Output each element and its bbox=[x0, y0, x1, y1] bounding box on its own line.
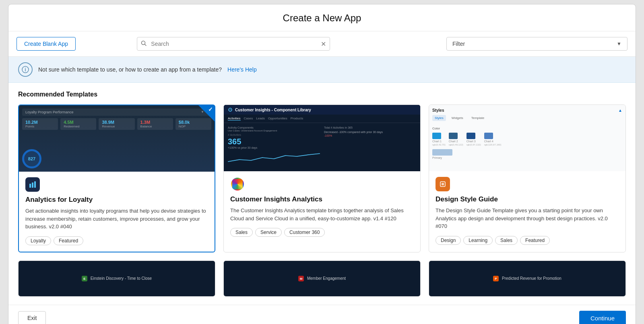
svg-text:M: M bbox=[300, 277, 303, 281]
design-style-icon bbox=[436, 177, 450, 191]
svg-text:P: P bbox=[495, 277, 497, 281]
svg-point-4 bbox=[25, 68, 26, 68]
exit-button[interactable]: Exit bbox=[18, 311, 46, 324]
modal-title: Create a New App bbox=[8, 4, 636, 31]
card-desc-customer-insights: The Customer Insights Analytics template… bbox=[230, 207, 414, 222]
analytics-loyalty-icon bbox=[25, 177, 40, 192]
card-body-design-style: Design Style Guide The Design Style Guid… bbox=[429, 171, 625, 251]
tag-learning: Learning bbox=[463, 236, 493, 245]
help-icon bbox=[18, 62, 33, 77]
cards-grid: Loyalty Program Performance ▼ ▼ 10.2M Po… bbox=[18, 105, 626, 252]
card-analytics-loyalty[interactable]: Loyalty Program Performance ▼ ▼ 10.2M Po… bbox=[18, 105, 215, 252]
svg-line-1 bbox=[145, 44, 147, 46]
section-title: Recommended Templates bbox=[18, 91, 626, 98]
card-preview-analytics-loyalty: Loyalty Program Performance ▼ ▼ 10.2M Po… bbox=[19, 105, 215, 172]
create-app-modal: Create a New App Create Blank App ✕ Filt… bbox=[8, 4, 636, 324]
svg-text:E: E bbox=[83, 277, 86, 281]
card-tags-design-style: Design Learning Sales Featured bbox=[436, 236, 619, 245]
svg-rect-11 bbox=[442, 183, 444, 185]
customer-insights-icon bbox=[230, 177, 245, 191]
card-design-style-guide[interactable]: Styles ▲ Styles Widgets Template Color bbox=[429, 105, 626, 252]
tag-design: Design bbox=[436, 236, 461, 245]
filter-dropdown[interactable]: Filter ▼ bbox=[446, 37, 627, 51]
create-blank-button[interactable]: Create Blank App bbox=[17, 37, 76, 51]
help-text: Not sure which template to use, or how t… bbox=[38, 66, 222, 73]
svg-rect-6 bbox=[32, 183, 33, 188]
card-partial-predicted[interactable]: P Predicted Revenue for Promotion bbox=[429, 260, 626, 297]
rainbow-circle-icon bbox=[231, 178, 244, 191]
card-desc-analytics-loyalty: Get actionable insights into loyalty pro… bbox=[25, 207, 208, 231]
card-body-customer-insights: Customer Insights Analytics The Customer… bbox=[224, 171, 420, 243]
card-name-analytics-loyalty: Analytics for Loyalty bbox=[25, 196, 208, 204]
filter-chevron-icon: ▼ bbox=[617, 41, 621, 47]
svg-rect-7 bbox=[34, 181, 36, 188]
filter-label: Filter bbox=[452, 41, 465, 47]
footer: Exit Continue bbox=[8, 305, 636, 324]
search-wrapper: ✕ bbox=[137, 37, 330, 51]
card-desc-design-style: The Design Style Guide Template gives yo… bbox=[436, 207, 619, 230]
tag-loyalty: Loyalty bbox=[25, 236, 51, 245]
search-clear-icon[interactable]: ✕ bbox=[321, 40, 326, 48]
svg-rect-5 bbox=[29, 184, 31, 188]
tag-service: Service bbox=[255, 228, 282, 237]
toolbar: Create Blank App ✕ Filter ▼ bbox=[8, 31, 636, 57]
help-link[interactable]: Here's Help bbox=[227, 66, 257, 73]
card-name-design-style: Design Style Guide bbox=[436, 195, 619, 203]
main-content: Recommended Templates Loyalty Program Pe… bbox=[8, 83, 636, 305]
card-partial-einstein[interactable]: E Einstein Discovery - Time to Close bbox=[18, 260, 215, 297]
card-preview-customer-insights: Customer Insights - Component Library Ac… bbox=[224, 105, 420, 171]
card-tags-analytics-loyalty: Loyalty Featured bbox=[25, 236, 208, 245]
card-name-customer-insights: Customer Insights Analytics bbox=[230, 195, 414, 203]
selected-checkmark bbox=[198, 105, 215, 121]
card-preview-design-style: Styles ▲ Styles Widgets Template Color bbox=[429, 105, 625, 171]
card-customer-insights[interactable]: Customer Insights - Component Library Ac… bbox=[223, 105, 421, 252]
tag-featured-2: Featured bbox=[520, 236, 550, 245]
search-input[interactable] bbox=[137, 37, 330, 51]
tag-sales: Sales bbox=[230, 228, 253, 237]
help-banner: Not sure which template to use, or how t… bbox=[8, 57, 636, 83]
search-icon bbox=[141, 41, 147, 47]
partial-cards-row: E Einstein Discovery - Time to Close M M… bbox=[18, 260, 626, 297]
continue-button[interactable]: Continue bbox=[579, 311, 626, 324]
tag-featured-1: Featured bbox=[54, 236, 83, 245]
card-body-analytics-loyalty: Analytics for Loyalty Get actionable ins… bbox=[19, 172, 215, 252]
tag-sales-2: Sales bbox=[495, 236, 518, 245]
tag-customer360: Customer 360 bbox=[284, 228, 325, 237]
card-tags-customer-insights: Sales Service Customer 360 bbox=[230, 228, 414, 237]
card-partial-member[interactable]: M Member Engagement bbox=[223, 260, 421, 297]
